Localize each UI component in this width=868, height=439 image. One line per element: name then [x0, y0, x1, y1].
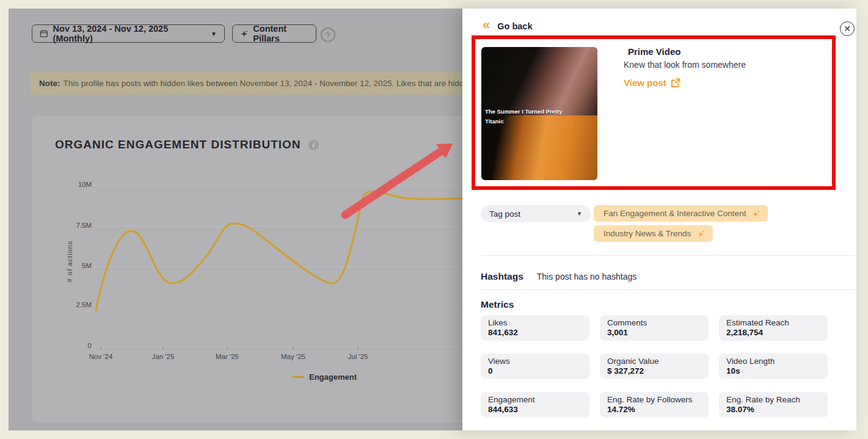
sparkles-icon [752, 209, 760, 218]
thumbnail-top-still [481, 47, 597, 115]
post-detail-panel: « Go back ✕ The Summer I Turned Pretty T… [462, 9, 856, 430]
metric-card-comments: Comments 3,001 [600, 315, 709, 341]
metric-card-eng-rate-reach: Eng. Rate by Reach 38.07% [719, 392, 828, 418]
hashtags-title: Hashtags [481, 271, 523, 282]
metric-value: 38.07% [726, 405, 820, 414]
chevron-down-icon: ▼ [577, 211, 582, 217]
info-icon[interactable]: i [308, 140, 319, 150]
date-range-selector[interactable]: Nov 13, 2024 - Nov 12, 2025 (Monthly) ▼ [32, 24, 225, 43]
metric-label: Eng. Rate by Followers [607, 395, 701, 404]
y-tick-label: 0 [61, 342, 92, 349]
post-caption: Knew that look from somewhere [624, 60, 746, 70]
gridline [92, 346, 462, 347]
metric-value: 844,633 [488, 405, 582, 414]
note-prefix: Note: [39, 79, 60, 88]
y-tick-label: 7.5M [61, 222, 92, 229]
x-tick-label: Jan '25 [152, 353, 175, 360]
tag-post-dropdown-label: Tag post [489, 209, 520, 219]
section-divider [481, 289, 855, 290]
metrics-title: Metrics [481, 299, 514, 310]
help-icon[interactable]: ? [321, 27, 335, 42]
post-account-name: Prime Video [628, 46, 680, 57]
chart-legend: Engagement [292, 372, 357, 382]
legend-label: Engagement [309, 372, 357, 382]
sparkles-icon [240, 29, 248, 38]
metric-label: Organic Value [607, 357, 701, 366]
y-tick-label: 10M [61, 181, 92, 188]
go-back-label: Go back [497, 21, 532, 31]
external-link-icon [671, 78, 680, 88]
x-tick-label: Jul '25 [348, 353, 368, 360]
chart-title: ORGANIC ENGAGEMENT DISTRIBUTION [55, 138, 301, 151]
y-tick-label: 2.5M [61, 301, 92, 308]
metric-label: Engagement [488, 395, 582, 404]
date-range-label: Nov 13, 2024 - Nov 12, 2025 (Monthly) [53, 24, 206, 43]
metric-card-likes: Likes 841,632 [481, 315, 589, 341]
metric-card-video-length: Video Length 10s [719, 354, 828, 379]
note-text: This profile has posts with hidden likes… [64, 79, 464, 88]
metric-label: Video Length [726, 357, 820, 366]
metric-value: 841,632 [488, 328, 582, 337]
x-tick-label: May '25 [281, 353, 305, 360]
metric-card-engagement: Engagement 844,633 [481, 392, 589, 418]
section-divider [481, 255, 855, 256]
x-tick-label: Nov '24 [89, 353, 113, 360]
content-pillars-button[interactable]: Content Pillars [232, 24, 316, 43]
post-thumbnail[interactable]: The Summer I Turned Pretty Titanic [481, 47, 597, 180]
content-pillars-label: Content Pillars [253, 24, 308, 43]
metric-card-eng-rate-followers: Eng. Rate by Followers 14.72% [600, 392, 709, 418]
metric-value: 14.72% [607, 405, 701, 414]
tag-pill-industry-news[interactable]: Industry News & Trends [594, 225, 713, 242]
close-panel-button[interactable]: ✕ [840, 21, 855, 36]
metric-card-estimated-reach: Estimated Reach 2,218,754 [719, 315, 828, 341]
metric-card-views: Views 0 [481, 354, 589, 379]
hashtags-section: Hashtags This post has no hashtags [481, 271, 636, 282]
gridline [92, 226, 462, 227]
metric-value: 2,218,754 [726, 328, 820, 337]
thumbnail-caption-line1: The Summer I Turned Pretty [485, 108, 563, 115]
gridline [92, 185, 462, 186]
gridline [92, 266, 462, 267]
view-post-label: View post [624, 78, 666, 88]
gridline [92, 305, 462, 306]
metric-value: $ 327,272 [607, 366, 701, 376]
tag-pill-label: Fan Engagement & Interactive Content [604, 209, 746, 218]
sparkles-icon [697, 230, 706, 238]
metric-value: 3,001 [607, 328, 701, 337]
metric-value: 0 [488, 366, 582, 376]
chevron-down-icon: ▼ [211, 31, 217, 37]
metric-card-organic-value: Organic Value $ 327,272 [600, 354, 709, 379]
metric-label: Views [488, 357, 582, 366]
calendar-icon [40, 29, 48, 38]
metric-label: Comments [607, 318, 701, 327]
legend-line-swatch [292, 376, 304, 378]
go-back-button[interactable]: « Go back [483, 21, 532, 31]
close-icon: ✕ [844, 24, 851, 34]
thumbnail-caption-line2: Titanic [485, 118, 503, 125]
double-chevron-left-icon: « [483, 19, 490, 31]
metric-label: Eng. Rate by Reach [726, 395, 820, 404]
x-tick-label: Mar '25 [216, 353, 239, 360]
tag-pill-label: Industry News & Trends [604, 229, 691, 238]
metric-label: Likes [488, 318, 582, 327]
tag-pill-fan-engagement[interactable]: Fan Engagement & Interactive Content [594, 205, 768, 222]
metric-label: Estimated Reach [726, 318, 820, 327]
hashtags-empty-text: This post has no hashtags [537, 272, 636, 281]
thumbnail-bottom-still [481, 115, 597, 180]
tag-post-dropdown[interactable]: Tag post ▼ [481, 205, 591, 222]
view-post-link[interactable]: View post [624, 78, 680, 88]
metric-value: 10s [726, 366, 820, 376]
y-axis-title: # of actions [66, 237, 73, 286]
